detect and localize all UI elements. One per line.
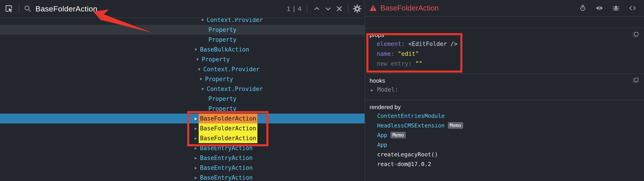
- tree-row[interactable]: ▾Context.Provider: [0, 64, 364, 74]
- inspected-component-title: BaseFolderAction: [380, 4, 438, 12]
- tree-row[interactable]: ▸BaseEntryAction: [0, 163, 364, 173]
- disclosure-triangle-icon[interactable]: ▾: [201, 86, 207, 92]
- disclosure-triangle-icon[interactable]: ▸: [195, 145, 200, 151]
- component-name[interactable]: Property: [202, 56, 230, 63]
- tree-row[interactable]: ▾Context.Provider: [0, 18, 364, 25]
- close-icon[interactable]: [334, 3, 345, 14]
- component-name[interactable]: Property: [208, 95, 236, 102]
- copy-icon[interactable]: [632, 77, 639, 84]
- owner-name[interactable]: ContentEntriesModule: [377, 113, 445, 119]
- owner-row: AppMemo: [370, 130, 639, 140]
- prop-key[interactable]: element: [377, 40, 402, 47]
- props-section-title: props: [370, 31, 384, 39]
- disclosure-triangle-icon[interactable]: ▾: [196, 57, 202, 62]
- component-name[interactable]: BaseEntryAction: [200, 174, 253, 181]
- component-name[interactable]: Property: [205, 76, 233, 82]
- tree-row[interactable]: ▾Property: [0, 74, 364, 84]
- disclosure-triangle-icon[interactable]: ▸: [195, 155, 200, 161]
- tree-row[interactable]: Property: [0, 25, 364, 35]
- component-name[interactable]: Context.Provider: [207, 18, 263, 23]
- owner-name: react-dom@17.0.2: [377, 161, 431, 167]
- rendered-by-section: rendered by ContentEntriesModuleHeadless…: [365, 100, 644, 174]
- tree-row[interactable]: ▸BaseFolderAction: [0, 114, 364, 123]
- hook-name: Model: [377, 86, 395, 93]
- gear-icon[interactable]: [352, 3, 363, 14]
- toolbar-divider: [307, 4, 307, 14]
- owner-row: ContentEntriesModule: [370, 111, 639, 121]
- hooks-section: hooks ▸Model:: [365, 74, 644, 100]
- owner-row: react-dom@17.0.2: [370, 159, 639, 169]
- select-element-icon[interactable]: [3, 3, 14, 14]
- owner-name[interactable]: App: [377, 142, 387, 148]
- tree-row[interactable]: ▾Property: [0, 54, 364, 64]
- component-name[interactable]: BaseFolderAction: [199, 133, 258, 143]
- prop-value[interactable]: "edit": [398, 50, 419, 57]
- stopwatch-icon[interactable]: [577, 2, 588, 14]
- tree-row[interactable]: ▾Context.Provider: [0, 84, 364, 94]
- component-name[interactable]: BaseBulkAction: [200, 46, 249, 53]
- memo-badge: Memo: [448, 122, 463, 129]
- disclosure-triangle-icon[interactable]: ▸: [371, 85, 377, 95]
- tree-row[interactable]: Property: [0, 94, 364, 104]
- prop-colon: :: [391, 50, 398, 57]
- disclosure-triangle-icon[interactable]: ▾: [198, 66, 204, 72]
- prop-colon: :: [408, 60, 415, 67]
- component-name[interactable]: BaseEntryAction: [200, 165, 253, 171]
- copy-icon[interactable]: [632, 32, 639, 38]
- disclosure-triangle-icon[interactable]: ▾: [201, 18, 207, 23]
- tree-row[interactable]: ▸BaseEntryAction: [0, 153, 364, 163]
- component-name[interactable]: Context.Provider: [207, 86, 263, 92]
- owner-row: HeadlessCMSExtensionMemo: [370, 121, 639, 130]
- tree-row[interactable]: ▸BaseEntryAction: [0, 143, 364, 153]
- warning-triangle-icon: [370, 5, 377, 11]
- disclosure-triangle-icon[interactable]: ▾: [195, 47, 200, 52]
- tree-row[interactable]: ▸BaseFolderAction: [0, 133, 364, 143]
- component-name[interactable]: Property: [208, 105, 236, 112]
- tree-row[interactable]: ▸BaseEntryAction: [0, 173, 364, 181]
- component-name[interactable]: BaseFolderAction: [199, 114, 258, 123]
- eye-icon[interactable]: [594, 2, 605, 14]
- owner-row: App: [370, 140, 639, 150]
- component-name[interactable]: BaseFolderAction: [199, 123, 258, 133]
- prop-key[interactable]: name: [377, 50, 391, 57]
- owner-name[interactable]: App: [377, 132, 387, 139]
- component-tree[interactable]: ▾Context.ProviderPropertyProperty▾BaseBu…: [0, 18, 364, 181]
- react-devtools-window: BaseFolderAction 1 | 4: [0, 0, 644, 181]
- disclosure-triangle-icon[interactable]: ▾: [200, 76, 205, 82]
- prop-key[interactable]: new entry: [377, 60, 408, 67]
- tree-row[interactable]: Property: [0, 35, 364, 45]
- prop-value[interactable]: "": [415, 60, 422, 67]
- owner-name[interactable]: HeadlessCMSExtension: [377, 122, 445, 129]
- toolbar-divider: [19, 4, 19, 14]
- prop-row[interactable]: new entry: "": [370, 59, 639, 69]
- tree-row[interactable]: ▸BaseFolderAction: [0, 123, 364, 133]
- tree-row[interactable]: Property: [0, 104, 364, 114]
- disclosure-triangle-icon[interactable]: ▸: [195, 175, 200, 180]
- props-section: props element: <EditFolder />name: "edit…: [365, 28, 644, 74]
- inspector-spacer: [365, 16, 644, 28]
- chevron-up-icon[interactable]: [311, 3, 322, 14]
- chevron-down-icon[interactable]: [322, 3, 334, 14]
- component-name[interactable]: Context.Provider: [204, 66, 260, 73]
- components-toolbar: BaseFolderAction 1 | 4: [0, 0, 364, 18]
- component-name[interactable]: Property: [208, 36, 236, 43]
- owner-row: createLegacyRoot(): [370, 150, 639, 159]
- search-icon: [24, 5, 32, 13]
- prop-row[interactable]: name: "edit": [370, 49, 639, 59]
- component-name[interactable]: BaseEntryAction: [200, 145, 253, 152]
- prop-row[interactable]: element: <EditFolder />: [370, 39, 639, 49]
- memo-badge: Memo: [390, 132, 406, 139]
- bug-icon[interactable]: [610, 2, 622, 14]
- disclosure-triangle-icon[interactable]: ▸: [195, 165, 200, 171]
- search-input[interactable]: BaseFolderAction: [36, 4, 97, 13]
- code-brackets-icon[interactable]: [627, 2, 638, 14]
- component-name[interactable]: BaseEntryAction: [200, 155, 253, 161]
- hook-row[interactable]: ▸Model:: [370, 85, 639, 95]
- inspected-element-header: BaseFolderAction: [365, 0, 644, 16]
- hooks-section-title: hooks: [370, 77, 385, 85]
- component-name[interactable]: Property: [208, 26, 236, 33]
- prop-colon: :: [402, 40, 408, 47]
- hook-colon: :: [395, 86, 398, 93]
- tree-row[interactable]: ▾BaseBulkAction: [0, 45, 364, 54]
- prop-value[interactable]: <EditFolder />: [408, 40, 458, 47]
